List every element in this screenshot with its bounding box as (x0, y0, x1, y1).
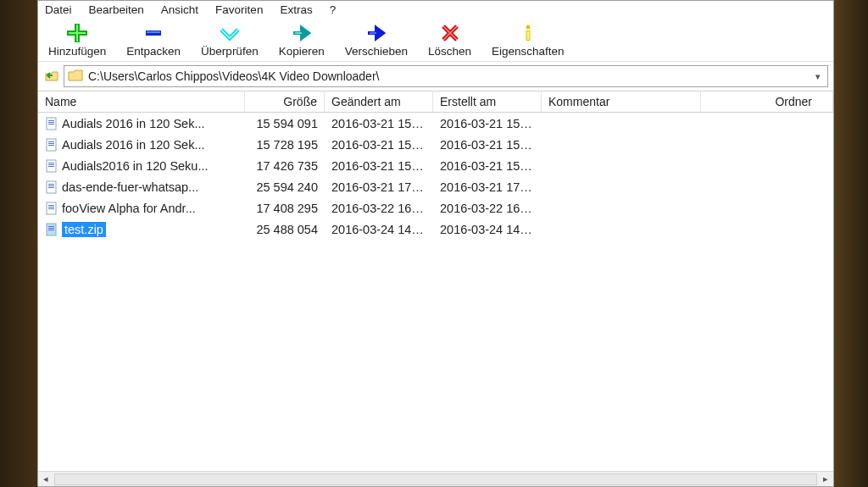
file-modified: 2016-03-21 15:56 (325, 117, 433, 130)
path-text: C:\Users\Carlos Chippos\Videos\4K Video … (88, 69, 379, 83)
svg-rect-18 (48, 184, 54, 185)
add-button[interactable]: Hinzufügen (38, 22, 116, 59)
table-row[interactable]: Audials 2016 in 120 Sek...15 728 1952016… (38, 134, 833, 155)
test-button[interactable]: Überprüfen (191, 22, 269, 59)
file-size: 15 728 195 (245, 138, 325, 152)
file-size: 25 488 054 (245, 223, 325, 236)
path-bar: C:\Users\Carlos Chippos\Videos\4K Video … (38, 62, 833, 91)
file-name: Audials2016 in 120 Seku... (62, 159, 209, 173)
file-size: 25 594 240 (245, 180, 325, 194)
file-name: test.zip (62, 222, 106, 237)
file-created: 2016-03-21 15:56 (433, 117, 542, 130)
path-field[interactable]: C:\Users\Carlos Chippos\Videos\4K Video … (64, 65, 828, 87)
svg-rect-15 (48, 164, 54, 165)
toolbar-label: Verschieben (345, 45, 408, 58)
menu-extras[interactable]: Extras (280, 3, 312, 16)
file-icon (45, 202, 58, 215)
plus-icon (65, 24, 89, 45)
table-row[interactable]: fooView Alpha for Andr...17 408 2952016-… (38, 197, 833, 219)
move-button[interactable]: Verschieben (335, 22, 418, 59)
file-icon (45, 223, 58, 236)
horizontal-scrollbar[interactable]: ◂ ▸ (38, 471, 833, 486)
svg-rect-4 (526, 31, 529, 40)
table-row[interactable]: das-ende-fuer-whatsap...25 594 2402016-0… (38, 176, 833, 197)
properties-button[interactable]: Eigenschaften (481, 22, 575, 59)
svg-rect-24 (48, 208, 54, 209)
col-name[interactable]: Name (38, 91, 245, 112)
table-row[interactable]: test.zip25 488 0542016-03-24 14:542016-0… (38, 219, 833, 240)
file-name: Audials 2016 in 120 Sek... (62, 138, 204, 152)
file-size: 15 594 091 (245, 117, 325, 130)
svg-rect-1 (147, 31, 160, 33)
scroll-left-icon[interactable]: ◂ (38, 473, 53, 484)
file-modified: 2016-03-21 15:56 (325, 159, 433, 173)
svg-rect-16 (48, 166, 54, 167)
svg-point-2 (526, 25, 530, 30)
file-name: fooView Alpha for Andr... (62, 202, 196, 215)
scroll-right-icon[interactable]: ▸ (818, 473, 833, 484)
file-modified: 2016-03-21 17:31 (325, 180, 433, 194)
menu-bar: Datei Bearbeiten Ansicht Favoriten Extra… (38, 1, 833, 19)
svg-rect-26 (48, 226, 54, 227)
x-icon (438, 24, 462, 45)
arrow-right-double-icon (290, 24, 314, 45)
file-modified: 2016-03-22 16:08 (325, 202, 433, 215)
menu-edit[interactable]: Bearbeiten (89, 3, 144, 16)
up-folder-icon[interactable] (43, 66, 60, 86)
scroll-track[interactable] (54, 473, 817, 485)
svg-rect-6 (48, 120, 54, 121)
toolbar-label: Eigenschaften (492, 45, 565, 58)
file-icon (45, 138, 58, 152)
svg-rect-10 (48, 141, 54, 142)
table-row[interactable]: Audials2016 in 120 Seku...17 426 7352016… (38, 155, 833, 176)
delete-button[interactable]: Löschen (418, 22, 481, 59)
svg-rect-20 (48, 187, 54, 188)
svg-rect-8 (48, 124, 54, 125)
file-icon (45, 180, 58, 194)
toolbar-label: Löschen (428, 45, 471, 58)
file-modified: 2016-03-24 14:54 (325, 223, 433, 236)
menu-favorites[interactable]: Favoriten (215, 3, 263, 16)
menu-view[interactable]: Ansicht (161, 3, 198, 16)
svg-rect-22 (48, 205, 54, 206)
svg-rect-28 (48, 230, 54, 230)
svg-rect-12 (48, 145, 54, 146)
svg-rect-11 (48, 143, 54, 144)
toolbar-label: Hinzufügen (48, 45, 106, 58)
minus-icon (142, 24, 165, 45)
col-modified[interactable]: Geändert am (325, 91, 433, 112)
check-icon (218, 24, 242, 45)
table-row[interactable]: Audials 2016 in 120 Sek...15 594 0912016… (38, 113, 833, 134)
svg-rect-14 (48, 163, 54, 163)
file-created: 2016-03-22 16:08 (433, 202, 542, 215)
file-created: 2016-03-21 15:58 (433, 138, 542, 152)
chevron-down-icon[interactable]: ▾ (812, 71, 824, 82)
menu-help[interactable]: ? (330, 3, 337, 16)
file-name: Audials 2016 in 120 Sek... (62, 117, 204, 130)
file-size: 17 426 735 (245, 159, 325, 173)
file-created: 2016-03-21 17:30 (433, 180, 542, 194)
file-icon (45, 117, 58, 130)
extract-button[interactable]: Entpacken (116, 22, 191, 59)
column-header: Name Größe Geändert am Erstellt am Komme… (38, 91, 833, 113)
arrow-right-icon (364, 24, 388, 45)
col-created[interactable]: Erstellt am (433, 91, 542, 112)
file-list[interactable]: Audials 2016 in 120 Sek...15 594 0912016… (38, 113, 833, 471)
svg-rect-27 (48, 228, 54, 229)
col-size[interactable]: Größe (245, 91, 325, 112)
file-created: 2016-03-21 15:56 (433, 159, 542, 173)
file-size: 17 408 295 (245, 202, 325, 215)
col-comment[interactable]: Kommentar (542, 91, 701, 112)
svg-rect-7 (48, 122, 54, 123)
copy-button[interactable]: Kopieren (269, 22, 335, 59)
file-created: 2016-03-24 14:52 (433, 223, 542, 236)
toolbar-label: Entpacken (126, 45, 181, 58)
toolbar-label: Überprüfen (201, 45, 259, 58)
file-name: das-ende-fuer-whatsap... (62, 180, 198, 194)
folder-icon (68, 69, 88, 85)
col-folder[interactable]: Ordner (701, 91, 833, 112)
app-window: Datei Bearbeiten Ansicht Favoriten Extra… (37, 0, 834, 487)
file-icon (45, 159, 58, 173)
menu-file[interactable]: Datei (45, 3, 72, 16)
toolbar-label: Kopieren (279, 45, 325, 58)
